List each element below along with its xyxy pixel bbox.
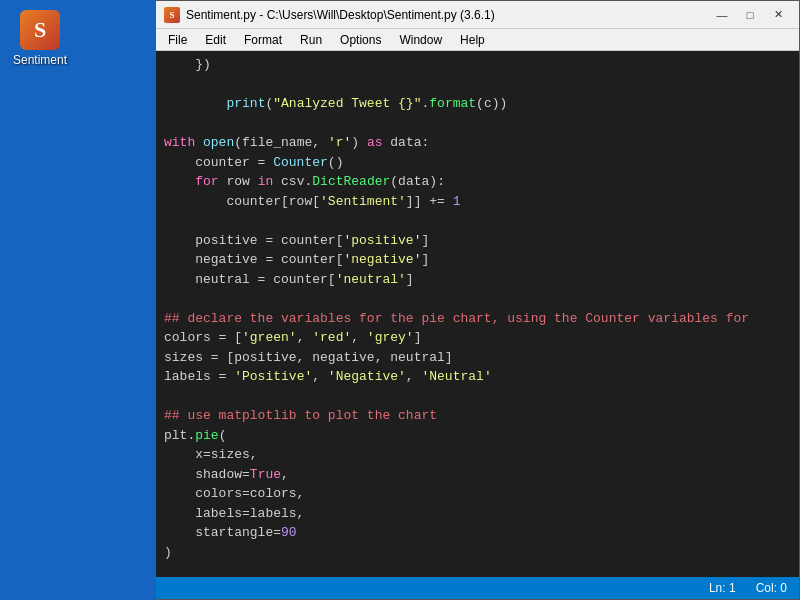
code-line <box>164 387 799 407</box>
code-line <box>164 114 799 134</box>
editor-window: S Sentiment.py - C:\Users\Will\Desktop\S… <box>155 0 800 600</box>
window-controls: — □ ✕ <box>709 5 791 25</box>
code-container: }) print("Analyzed Tweet {}".format(c)) … <box>156 51 799 577</box>
code-line <box>164 211 799 231</box>
code-line: labels = 'Positive', 'Negative', 'Neutra… <box>164 367 799 387</box>
code-line: startangle=90 <box>164 523 799 543</box>
code-line: neutral = counter['neutral'] <box>164 270 799 290</box>
close-button[interactable]: ✕ <box>765 5 791 25</box>
code-line: colors=colors, <box>164 484 799 504</box>
code-line: colors = ['green', 'red', 'grey'] <box>164 328 799 348</box>
window-title: Sentiment.py - C:\Users\Will\Desktop\Sen… <box>186 8 709 22</box>
code-line: }) <box>164 55 799 75</box>
code-line: ## use matplotlib to plot the chart <box>164 406 799 426</box>
status-bar: Ln: 1 Col: 0 <box>156 577 799 599</box>
line-number: Ln: 1 <box>709 581 736 595</box>
maximize-button[interactable]: □ <box>737 5 763 25</box>
code-line: counter = Counter() <box>164 153 799 173</box>
minimize-button[interactable]: — <box>709 5 735 25</box>
menu-bar: File Edit Format Run Options Window Help <box>156 29 799 51</box>
code-line: ## declare the variables for the pie cha… <box>164 309 799 329</box>
code-line: ) <box>164 543 799 563</box>
col-number: Col: 0 <box>756 581 787 595</box>
code-line <box>164 562 799 577</box>
code-line <box>164 75 799 95</box>
code-line: positive = counter['positive'] <box>164 231 799 251</box>
code-line: x=sizes, <box>164 445 799 465</box>
menu-help[interactable]: Help <box>452 31 493 49</box>
menu-file[interactable]: File <box>160 31 195 49</box>
app-icon: S <box>164 7 180 23</box>
code-line: labels=labels, <box>164 504 799 524</box>
title-bar: S Sentiment.py - C:\Users\Will\Desktop\S… <box>156 1 799 29</box>
menu-options[interactable]: Options <box>332 31 389 49</box>
code-line: with open(file_name, 'r') as data: <box>164 133 799 153</box>
menu-format[interactable]: Format <box>236 31 290 49</box>
code-line: sizes = [positive, negative, neutral] <box>164 348 799 368</box>
code-line: counter[row['Sentiment']] += 1 <box>164 192 799 212</box>
code-line: plt.pie( <box>164 426 799 446</box>
menu-window[interactable]: Window <box>391 31 450 49</box>
code-line: print("Analyzed Tweet {}".format(c)) <box>164 94 799 114</box>
code-line: shadow=True, <box>164 465 799 485</box>
desktop-icon-image: S <box>20 10 60 50</box>
code-line: negative = counter['negative'] <box>164 250 799 270</box>
desktop-icon-label: Sentiment <box>13 53 67 67</box>
code-editor[interactable]: }) print("Analyzed Tweet {}".format(c)) … <box>156 51 799 577</box>
menu-edit[interactable]: Edit <box>197 31 234 49</box>
desktop-icon-sentiment[interactable]: S Sentiment <box>10 10 70 67</box>
menu-run[interactable]: Run <box>292 31 330 49</box>
code-line <box>164 289 799 309</box>
code-line: for row in csv.DictReader(data): <box>164 172 799 192</box>
